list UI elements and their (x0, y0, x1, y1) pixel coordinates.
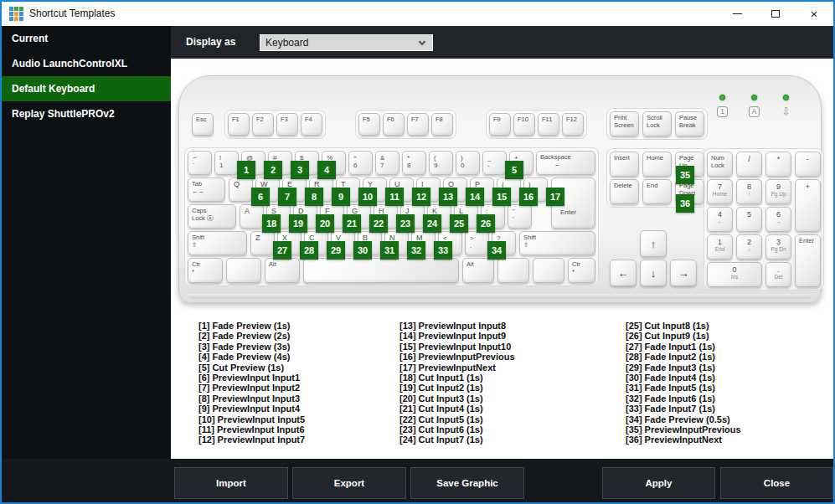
app-icon-square (9, 7, 13, 11)
close-button[interactable]: × (795, 2, 833, 26)
display-as-bar: Display as Keyboard (171, 26, 833, 59)
shortcut-line: [27] Fade Input1 (1s) (626, 342, 825, 352)
key-f11: F11 (538, 113, 559, 136)
shortcut-line: [33] Fade Input7 (1s) (626, 404, 825, 414)
key-label: Backspace ← (537, 152, 595, 168)
close-button[interactable]: Close (720, 467, 833, 499)
apply-button[interactable]: Apply (602, 467, 715, 499)
key-sublabel: End (708, 246, 732, 253)
key-badge-27: 27 (273, 241, 291, 260)
key-badge-28: 28 (300, 241, 318, 260)
key-badge-4: 4 (317, 161, 336, 179)
key-shift-right: Shift ⇧ (519, 231, 595, 255)
key-label: & 7 (376, 152, 399, 169)
key-label: . (766, 263, 791, 274)
key-ctrl-right: Ctr * (568, 258, 595, 283)
sidebar-item-audio-launchcontrolxl[interactable]: Audio LaunchControlXL (2, 51, 171, 76)
display-as-value: Keyboard (265, 37, 308, 49)
sidebar-item-replay-shuttleprov2[interactable]: Replay ShuttlePROv2 (2, 101, 171, 126)
key-label: 2 (737, 235, 761, 246)
key-badge-11: 11 (385, 188, 404, 206)
key-menu (533, 258, 564, 283)
key-label: Ctr * (569, 259, 595, 275)
key-np-add: + (795, 179, 821, 232)
key-label: Shift ⇧ (188, 232, 246, 249)
maximize-icon (771, 10, 780, 18)
window-controls: × (718, 2, 833, 26)
shortcut-line: [14] PreviewInput Input9 (399, 331, 599, 341)
save-graphic-button[interactable]: Save Graphic (410, 467, 524, 499)
key-badge-33: 33 (434, 241, 452, 260)
key-1: ! 1 (214, 151, 239, 175)
key-label: 8 (737, 180, 761, 191)
key-sublabel: Pg Up (766, 191, 791, 198)
key-a: A (240, 204, 264, 229)
shortcut-column-2: [13] PreviewInput Input8[14] PreviewInpu… (399, 321, 599, 445)
key-label: Alt (463, 259, 493, 269)
key-label: Esc (193, 114, 213, 124)
key-label: ( 9 (430, 152, 452, 169)
caps-lock-led-icon: A (749, 106, 760, 117)
minimize-icon (733, 13, 742, 14)
shortcut-line: [35] PreviewInputPrevious (626, 424, 825, 435)
key-arrow-right: → (670, 260, 697, 286)
import-button[interactable]: Import (174, 467, 288, 499)
sidebar-item-current[interactable]: Current (2, 26, 171, 51)
key-label: F2 (253, 114, 273, 124)
key-label: Ctr * (188, 259, 222, 275)
shortcut-line: [2] Fade Preview (2s) (198, 331, 398, 341)
shortcut-line: [18] Cut Input1 (1s) (399, 373, 599, 383)
key-f3: F3 (276, 113, 298, 136)
key-f10: F10 (513, 113, 535, 136)
key-f9: F9 (489, 113, 511, 136)
export-button[interactable]: Export (292, 467, 406, 499)
maximize-button[interactable] (756, 2, 795, 26)
key-badge-20: 20 (316, 214, 334, 233)
key-label: 1 (708, 235, 732, 246)
sidebar-item-default-keyboard[interactable]: Default Keyboard (2, 76, 171, 101)
key-badge-9: 9 (332, 188, 350, 206)
key-label: Enter (796, 235, 820, 245)
key-badge-16: 16 (519, 188, 538, 206)
key-print-screen: Print Screen (610, 111, 639, 136)
template-list-sidebar: CurrentAudio LaunchControlXLDefault Keyb… (2, 26, 171, 459)
key-badge-17: 17 (546, 188, 564, 206)
key-pause-break: Pause Break (675, 111, 704, 136)
key-label: _ - (483, 152, 506, 169)
key-delete: Delete (610, 179, 639, 204)
key-quote: " ' (508, 204, 532, 229)
key-np-enter: Enter (795, 234, 821, 287)
key-0: ) 0 (456, 151, 480, 175)
key-esc: Esc (192, 113, 214, 136)
key-7: & 7 (375, 151, 399, 175)
key-q: Q (229, 177, 253, 202)
key-label: Z (251, 232, 274, 242)
shortcut-line: [11] PreviewInput Input6 (198, 424, 398, 435)
key-label: Delete (611, 180, 638, 190)
shortcut-line: [20] Cut Input3 (1s) (399, 393, 599, 404)
display-as-dropdown[interactable]: Keyboard (260, 34, 433, 51)
key-np-8: 8↑ (736, 179, 762, 204)
minimize-button[interactable] (718, 2, 756, 26)
key-label: F11 (539, 114, 559, 124)
key-sublabel: Pg Dn (766, 246, 791, 253)
key-badge-22: 22 (369, 214, 388, 233)
key-label: ) 0 (456, 152, 479, 169)
key-badge-5: 5 (505, 161, 523, 179)
key-badge-10: 10 (358, 188, 377, 206)
shortcut-line: [1] Fade Preview (1s) (198, 321, 398, 331)
key-z: Z (250, 231, 275, 255)
key-end: End (642, 179, 672, 204)
key-label: 9 (766, 180, 791, 191)
key-np-6: 6→ (765, 207, 791, 232)
key-alt-right: Alt (462, 258, 494, 283)
key-label: F7 (408, 114, 428, 124)
key-badge-1: 1 (237, 161, 255, 179)
shortcut-line: [3] Fade Preview (3s) (198, 342, 398, 352)
shortcut-line: [8] PreviewInput Input3 (198, 393, 398, 404)
shortcut-line: [28] Fade Input2 (1s) (626, 352, 825, 362)
key-label: F3 (277, 114, 297, 124)
key-label: / (737, 152, 761, 163)
shortcut-line: [15] PreviewInput Input10 (399, 342, 599, 352)
key-np-3: 3Pg Dn (765, 234, 791, 260)
